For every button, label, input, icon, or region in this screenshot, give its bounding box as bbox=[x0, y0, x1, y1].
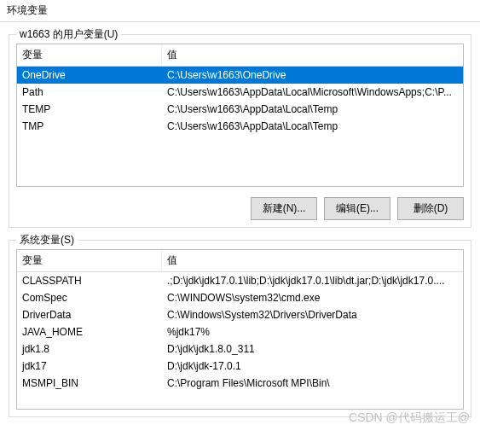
table-row[interactable]: JAVA_HOME%jdk17% bbox=[17, 323, 463, 340]
cell-value: C:\Users\w1663\AppData\Local\Temp bbox=[162, 101, 463, 118]
cell-variable: jdk17 bbox=[17, 358, 162, 375]
cell-value: C:\Users\w1663\AppData\Local\Microsoft\W… bbox=[162, 84, 463, 101]
system-variables-label: 系统变量(S) bbox=[16, 233, 78, 247]
table-header: 变量 值 bbox=[17, 44, 463, 67]
cell-variable: DriverData bbox=[17, 306, 162, 323]
content-area: w1663 的用户变量(U) 变量 值 OneDriveC:\Users\w16… bbox=[0, 22, 480, 438]
cell-value: C:\Users\w1663\AppData\Local\Temp bbox=[162, 118, 463, 135]
header-value[interactable]: 值 bbox=[162, 44, 463, 66]
cell-value: .;D:\jdk\jdk17.0.1\lib;D:\jdk\jdk17.0.1\… bbox=[162, 272, 463, 289]
system-variables-table[interactable]: 变量 值 CLASSPATH.;D:\jdk\jdk17.0.1\lib;D:\… bbox=[16, 249, 464, 410]
table-header: 变量 值 bbox=[17, 250, 463, 272]
table-row[interactable]: jdk1.8D:\jdk\jdk1.8.0_311 bbox=[17, 340, 463, 358]
cell-variable: TEMP bbox=[17, 101, 162, 118]
cell-value: D:\jdk\jdk-17.0.1 bbox=[162, 358, 463, 375]
table-row[interactable]: TEMPC:\Users\w1663\AppData\Local\Temp bbox=[17, 101, 463, 118]
cell-variable: JAVA_HOME bbox=[17, 323, 162, 340]
cell-value: C:\Program Files\Microsoft MPI\Bin\ bbox=[162, 375, 463, 392]
cell-value: %jdk17% bbox=[162, 323, 463, 340]
table-row[interactable]: MSMPI_BINC:\Program Files\Microsoft MPI\… bbox=[17, 375, 463, 392]
table-row[interactable]: jdk17D:\jdk\jdk-17.0.1 bbox=[17, 358, 463, 375]
table-row[interactable]: OneDriveC:\Users\w1663\OneDrive bbox=[17, 67, 463, 84]
cell-value: C:\Windows\System32\Drivers\DriverData bbox=[162, 306, 463, 323]
user-variables-group: w1663 的用户变量(U) 变量 值 OneDriveC:\Users\w16… bbox=[9, 34, 471, 228]
cell-value: D:\jdk\jdk1.8.0_311 bbox=[162, 340, 463, 358]
header-value[interactable]: 值 bbox=[162, 250, 463, 271]
cell-variable: CLASSPATH bbox=[17, 272, 162, 289]
user-variables-table[interactable]: 变量 值 OneDriveC:\Users\w1663\OneDrivePath… bbox=[16, 44, 464, 187]
new-button[interactable]: 新建(N)... bbox=[251, 197, 317, 220]
user-buttons-row: 新建(N)... 编辑(E)... 删除(D) bbox=[16, 197, 464, 220]
cell-variable: Path bbox=[17, 84, 162, 101]
header-variable[interactable]: 变量 bbox=[17, 44, 162, 66]
cell-variable: OneDrive bbox=[17, 67, 162, 84]
user-variables-label: w1663 的用户变量(U) bbox=[16, 27, 121, 42]
sys-table-body: CLASSPATH.;D:\jdk\jdk17.0.1\lib;D:\jdk\j… bbox=[17, 272, 463, 409]
system-variables-group: 系统变量(S) 变量 值 CLASSPATH.;D:\jdk\jdk17.0.1… bbox=[9, 240, 471, 417]
cell-variable: TMP bbox=[17, 118, 162, 135]
table-row[interactable]: PathC:\Users\w1663\AppData\Local\Microso… bbox=[17, 84, 463, 101]
header-variable[interactable]: 变量 bbox=[17, 250, 162, 271]
user-table-body: OneDriveC:\Users\w1663\OneDrivePathC:\Us… bbox=[17, 67, 463, 186]
window-title: 环境变量 bbox=[0, 0, 480, 22]
cell-variable: MSMPI_BIN bbox=[17, 375, 162, 392]
table-row[interactable]: DriverDataC:\Windows\System32\Drivers\Dr… bbox=[17, 306, 463, 323]
cell-value: C:\WINDOWS\system32\cmd.exe bbox=[162, 289, 463, 306]
cell-variable: ComSpec bbox=[17, 289, 162, 306]
cell-value: C:\Users\w1663\OneDrive bbox=[162, 67, 463, 84]
table-row[interactable]: ComSpecC:\WINDOWS\system32\cmd.exe bbox=[17, 289, 463, 306]
delete-button[interactable]: 删除(D) bbox=[397, 197, 464, 220]
edit-button[interactable]: 编辑(E)... bbox=[324, 197, 390, 220]
table-row[interactable]: TMPC:\Users\w1663\AppData\Local\Temp bbox=[17, 118, 463, 135]
cell-variable: jdk1.8 bbox=[17, 340, 162, 358]
table-row[interactable]: CLASSPATH.;D:\jdk\jdk17.0.1\lib;D:\jdk\j… bbox=[17, 272, 463, 289]
